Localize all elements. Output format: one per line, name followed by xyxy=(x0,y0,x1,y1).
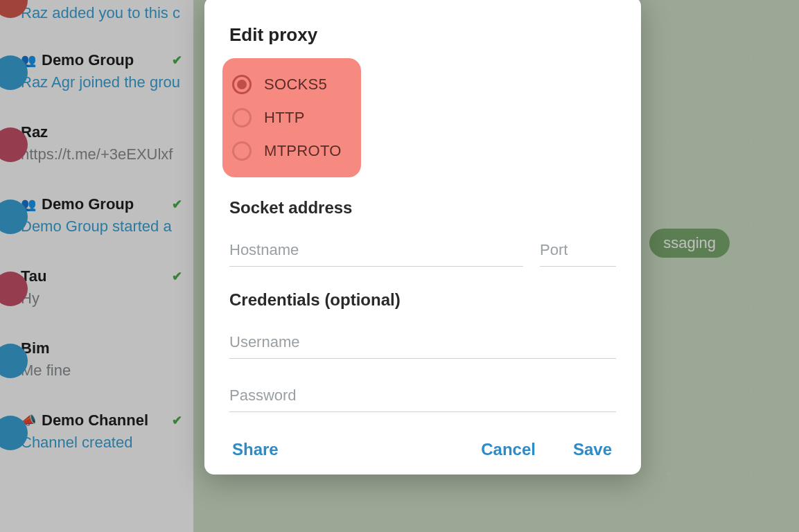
socket-address-heading: Socket address xyxy=(229,198,620,218)
hostname-input[interactable] xyxy=(229,237,523,267)
protocol-radio-group: SOCKS5 HTTP MTPROTO xyxy=(222,58,361,177)
edit-proxy-dialog: Edit proxy SOCKS5 HTTP MTPROTO Socket ad… xyxy=(204,0,641,475)
protocol-label: HTTP xyxy=(264,109,305,127)
username-input[interactable] xyxy=(229,329,616,359)
protocol-option-mtproto[interactable]: MTPROTO xyxy=(232,134,342,168)
dialog-button-row: Share Cancel Save xyxy=(225,433,620,463)
save-button[interactable]: Save xyxy=(570,436,615,463)
protocol-option-http[interactable]: HTTP xyxy=(232,101,342,134)
radio-icon xyxy=(232,141,252,161)
port-field xyxy=(540,237,616,267)
credentials-heading: Credentials (optional) xyxy=(229,290,620,310)
protocol-option-socks5[interactable]: SOCKS5 xyxy=(232,68,342,101)
password-input[interactable] xyxy=(229,382,616,412)
hostname-field xyxy=(229,237,523,267)
radio-icon xyxy=(232,75,252,94)
protocol-label: MTPROTO xyxy=(264,142,342,160)
dialog-title: Edit proxy xyxy=(229,24,620,46)
share-button[interactable]: Share xyxy=(229,436,281,463)
protocol-label: SOCKS5 xyxy=(264,76,327,94)
port-input[interactable] xyxy=(540,237,616,267)
radio-icon xyxy=(232,108,252,127)
cancel-button[interactable]: Cancel xyxy=(478,436,538,463)
